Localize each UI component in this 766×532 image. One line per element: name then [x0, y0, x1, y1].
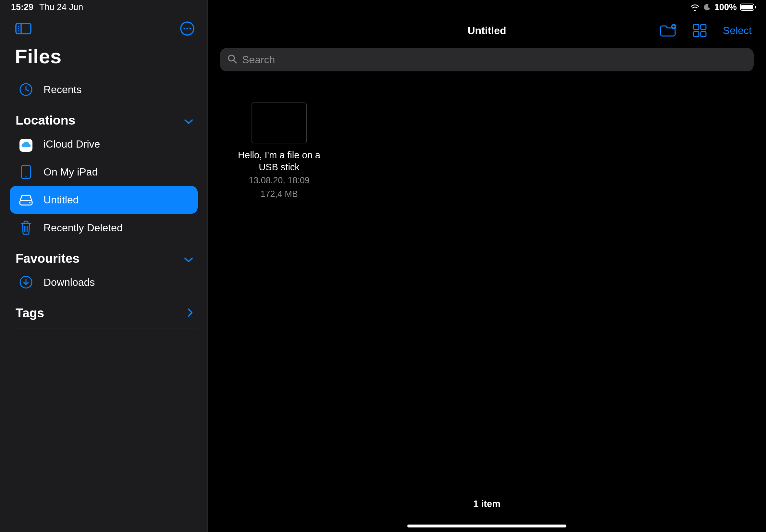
svg-line-18 [25, 226, 25, 232]
svg-rect-26 [701, 31, 706, 37]
file-size: 172,4 MB [260, 188, 298, 200]
main-panel: Untitled Select [208, 0, 766, 532]
svg-rect-2 [755, 6, 756, 8]
svg-rect-1 [741, 5, 753, 9]
sidebar-item-downloads[interactable]: Downloads [10, 268, 198, 296]
sidebar-item-label: Recents [43, 84, 81, 96]
file-thumbnail [251, 103, 307, 143]
home-indicator[interactable] [407, 525, 566, 527]
view-grid-button[interactable] [692, 23, 707, 38]
svg-rect-23 [694, 24, 699, 30]
section-label: Locations [16, 113, 75, 127]
svg-point-11 [189, 28, 191, 29]
app-title: Files [0, 42, 207, 76]
svg-point-15 [25, 176, 27, 177]
section-tags[interactable]: Tags [0, 296, 207, 323]
chevron-down-icon [184, 251, 193, 266]
item-count: 1 item [208, 499, 766, 509]
section-label: Tags [16, 306, 44, 320]
sidebar-item-label: On My iPad [43, 166, 98, 178]
sidebar-item-on-my-ipad[interactable]: On My iPad [10, 158, 198, 186]
svg-rect-24 [701, 24, 706, 30]
file-date: 13.08.20, 18:09 [249, 175, 310, 187]
sidebar-toggle-icon[interactable] [15, 22, 32, 35]
battery-percent: 100% [714, 2, 737, 12]
wifi-icon [690, 3, 700, 11]
new-folder-button[interactable] [659, 24, 677, 37]
select-button[interactable]: Select [723, 25, 752, 37]
ipad-icon [18, 164, 34, 180]
chevron-right-icon [187, 306, 193, 320]
svg-line-20 [27, 226, 28, 232]
svg-rect-25 [694, 31, 699, 37]
section-label: Favourites [16, 251, 79, 266]
sidebar-item-label: Untitled [43, 194, 79, 206]
main-header: Untitled Select [208, 14, 766, 47]
svg-point-10 [186, 28, 188, 29]
page-title: Untitled [208, 25, 766, 37]
search-icon [227, 54, 237, 66]
sidebar-item-icloud-drive[interactable]: iCloud Drive [10, 130, 198, 158]
sidebar-item-recents[interactable]: Recents [10, 76, 198, 103]
svg-point-7 [18, 30, 19, 31]
svg-line-28 [234, 60, 236, 63]
drive-icon [18, 193, 34, 206]
file-name: Hello, I'm a file on a USB stick [237, 149, 321, 173]
section-locations[interactable]: Locations [0, 103, 207, 130]
sidebar-item-label: iCloud Drive [43, 138, 100, 150]
trash-icon [18, 220, 34, 235]
chevron-down-icon [184, 113, 193, 127]
sidebar: Files Recents Locations [0, 0, 208, 532]
icloud-icon [18, 136, 34, 152]
sidebar-item-recently-deleted[interactable]: Recently Deleted [10, 214, 198, 242]
battery-icon [740, 3, 757, 11]
svg-point-6 [18, 28, 19, 29]
svg-point-17 [29, 202, 30, 203]
content-grid[interactable]: Hello, I'm a file on a USB stick 13.08.2… [208, 71, 766, 532]
do-not-disturb-icon [703, 3, 711, 11]
more-options-icon[interactable] [179, 21, 195, 36]
svg-point-5 [18, 26, 19, 27]
download-icon [18, 275, 34, 289]
clock-icon [18, 82, 34, 97]
sidebar-item-untitled[interactable]: Untitled [10, 186, 198, 214]
svg-point-9 [183, 28, 185, 29]
sidebar-item-label: Recently Deleted [43, 222, 123, 234]
file-item[interactable]: Hello, I'm a file on a USB stick 13.08.2… [237, 103, 321, 200]
status-bar: 15:29 Thu 24 Jun 100% [0, 0, 766, 14]
status-date: Thu 24 Jun [39, 2, 83, 12]
sidebar-item-label: Downloads [43, 276, 95, 288]
divider [16, 329, 198, 329]
search-input[interactable] [242, 54, 747, 66]
status-time: 15:29 [11, 2, 33, 12]
section-favourites[interactable]: Favourites [0, 242, 207, 268]
search-field[interactable] [220, 48, 754, 71]
